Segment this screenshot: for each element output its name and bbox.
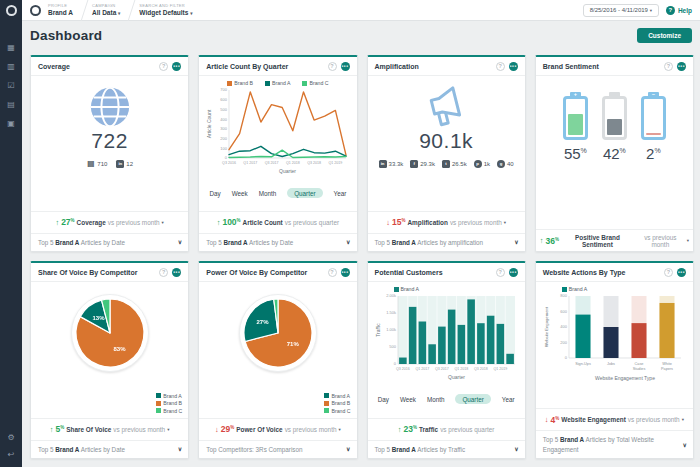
- widget-amplification: Amplification ? ●●● 90.1k in33.3k f29.3k…: [367, 55, 526, 252]
- svg-text:0: 0: [393, 361, 396, 366]
- chevron-down-icon[interactable]: ▾: [338, 427, 340, 432]
- svg-text:71%: 71%: [287, 341, 300, 347]
- date-range-picker[interactable]: 8/25/2016 - 4/11/2019 ▾: [583, 4, 659, 17]
- widget-help-icon[interactable]: ?: [328, 268, 337, 277]
- filter-selector[interactable]: SEARCH AND FILTER Widget Defaults ▾: [139, 4, 192, 17]
- svg-text:400: 400: [560, 324, 567, 329]
- coverage-footer-link[interactable]: Top 5 Brand A Articles by Date ∨: [31, 233, 188, 251]
- interval-tabs: Day Week Month Quarter Year: [368, 392, 525, 408]
- customize-button[interactable]: Customize: [637, 28, 692, 43]
- widget-menu-icon[interactable]: ●●●: [341, 268, 350, 277]
- expand-icon[interactable]: ∨: [346, 238, 350, 247]
- tasks-icon[interactable]: ☑: [7, 82, 15, 90]
- widget-help-icon[interactable]: ?: [328, 62, 337, 71]
- power-of-voice-trend: ↓ 29% Power Of Voice vs previous month ▾: [199, 418, 356, 440]
- widget-menu-icon[interactable]: ●●●: [677, 62, 686, 71]
- pinterest-icon: p: [474, 160, 482, 168]
- apps-icon[interactable]: ▦: [7, 44, 15, 52]
- svg-text:200: 200: [221, 136, 228, 141]
- svg-text:Quarter: Quarter: [279, 168, 296, 174]
- chart-legend: Brand A: [368, 282, 419, 292]
- widget-menu-icon[interactable]: ●●●: [341, 62, 350, 71]
- widget-help-icon[interactable]: ?: [496, 62, 505, 71]
- chevron-down-icon[interactable]: ▾: [504, 220, 506, 225]
- negative-sentiment-battery: − 2%: [641, 92, 666, 162]
- reports-icon[interactable]: ▤: [7, 101, 15, 109]
- tab-year[interactable]: Year: [334, 190, 347, 197]
- traffic-trend: ↑ 23% Traffic vs previous quarter: [368, 418, 525, 440]
- trend-arrow-icon: ↑: [398, 425, 402, 434]
- power-of-voice-footer-link[interactable]: Top Competitors: 3Rs Comparison ∨: [199, 440, 356, 458]
- tab-week[interactable]: Week: [400, 396, 416, 403]
- expand-icon[interactable]: ∨: [514, 445, 518, 454]
- tab-day[interactable]: Day: [378, 396, 389, 403]
- expand-icon[interactable]: ∨: [178, 238, 182, 247]
- share-of-voice-footer-link[interactable]: Top 5 Brand A Articles by Date ∨: [31, 440, 188, 458]
- widget-help-icon[interactable]: ?: [496, 268, 505, 277]
- tab-month[interactable]: Month: [427, 396, 445, 403]
- widget-menu-icon[interactable]: ●●●: [509, 268, 518, 277]
- tab-day[interactable]: Day: [209, 190, 220, 197]
- svg-text:600: 600: [560, 309, 567, 314]
- widget-article-count: Article Count By Quarter ? ●●● Brand B B…: [198, 55, 357, 252]
- expand-icon[interactable]: ∨: [178, 445, 182, 454]
- amplification-footer-link[interactable]: Top 5 Brand A Articles by amplification …: [368, 233, 525, 251]
- svg-text:White: White: [662, 362, 672, 366]
- media-icon[interactable]: ▣: [7, 120, 15, 128]
- campaign-value: All Data ▾: [92, 9, 120, 17]
- help-button[interactable]: ? Help: [666, 6, 692, 15]
- svg-text:100: 100: [221, 146, 228, 151]
- expand-icon[interactable]: ∨: [683, 440, 687, 449]
- widget-title: Power Of Voice By Competitor: [206, 269, 323, 276]
- svg-text:Article Count: Article Count: [206, 109, 212, 138]
- megaphone-icon: [420, 83, 472, 129]
- article-count-footer-link[interactable]: Top 5 Brand A Articles by Date ∨: [199, 233, 356, 251]
- widget-help-icon[interactable]: ?: [664, 268, 673, 277]
- profile-selector[interactable]: PROFILE Brand A: [48, 4, 73, 17]
- expand-icon[interactable]: ∨: [346, 445, 350, 454]
- widget-title: Amplification: [375, 63, 492, 70]
- tab-week[interactable]: Week: [232, 190, 248, 197]
- tab-quarter[interactable]: Quarter: [287, 188, 322, 198]
- svg-text:Q3 2016: Q3 2016: [396, 367, 410, 371]
- widget-power-of-voice: Power Of Voice By Competitor ? ●●● 71%27…: [198, 261, 357, 459]
- expand-icon[interactable]: ∨: [514, 238, 518, 247]
- widget-website-actions: Website Actions By Type ? ●●● Brand A 02…: [535, 261, 694, 459]
- widget-help-icon[interactable]: ?: [159, 268, 168, 277]
- svg-text:800: 800: [560, 293, 567, 298]
- widget-help-icon[interactable]: ?: [664, 62, 673, 71]
- svg-text:Q1 2019: Q1 2019: [329, 161, 343, 165]
- widget-title: Article Count By Quarter: [206, 63, 323, 70]
- svg-text:0: 0: [565, 355, 568, 360]
- profile-avatar[interactable]: [30, 5, 41, 16]
- tab-year[interactable]: Year: [502, 396, 515, 403]
- widget-menu-icon[interactable]: ●●●: [509, 62, 518, 71]
- trend-arrow-icon: ↑: [540, 236, 544, 245]
- widget-menu-icon[interactable]: ●●●: [172, 268, 181, 277]
- chevron-down-icon[interactable]: ▾: [162, 220, 164, 225]
- chevron-down-icon[interactable]: ▾: [167, 427, 169, 432]
- share-of-voice-pie-chart: 83%13%: [67, 290, 153, 376]
- website-actions-footer-link[interactable]: Top 5 Brand A Articles by Total Website …: [536, 430, 693, 458]
- interval-tabs: Day Week Month Quarter Year: [199, 186, 356, 202]
- article-count-line-chart: 0100200300400500600700Q3 2016Q1 2017Q3 2…: [205, 86, 350, 186]
- tab-month[interactable]: Month: [259, 190, 277, 197]
- settings-icon[interactable]: ⚙: [7, 433, 14, 442]
- website-actions-bar-chart: 0200400600800Sign-UpsJobsCaseStudiesWhit…: [542, 292, 687, 388]
- google-count: g40: [497, 160, 514, 168]
- chevron-down-icon[interactable]: ▾: [682, 417, 684, 422]
- chevron-down-icon[interactable]: ▾: [687, 238, 689, 243]
- svg-text:Q1 2019: Q1 2019: [493, 367, 507, 371]
- filter-value: Widget Defaults ▾: [139, 9, 192, 17]
- widget-menu-icon[interactable]: ●●●: [677, 268, 686, 277]
- widget-menu-icon[interactable]: ●●●: [172, 62, 181, 71]
- news-count: ▤710: [86, 160, 107, 168]
- traffic-footer-link[interactable]: Top 5 Brand A Articles by Traffic ∨: [368, 440, 525, 458]
- svg-text:Q3 2017: Q3 2017: [435, 367, 449, 371]
- tab-quarter[interactable]: Quarter: [455, 394, 490, 404]
- logout-icon[interactable]: ↩: [7, 450, 14, 459]
- campaign-selector[interactable]: CAMPAIGN All Data ▾: [92, 4, 120, 17]
- dashboards-icon[interactable]: ▥: [7, 63, 15, 71]
- amplification-total: 90.1k: [419, 129, 473, 153]
- widget-help-icon[interactable]: ?: [159, 62, 168, 71]
